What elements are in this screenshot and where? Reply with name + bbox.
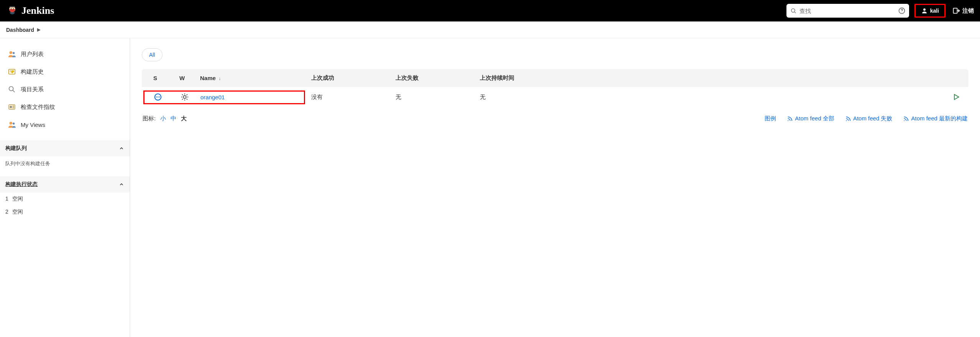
logout-link[interactable]: 注销 <box>952 7 974 15</box>
search-input[interactable] <box>799 8 895 14</box>
cell-last-duration: 无 <box>475 87 602 107</box>
user-name: kali <box>930 8 939 14</box>
breadcrumb: Dashboard ▶ <box>0 21 980 38</box>
svg-point-38 <box>788 120 789 121</box>
table-footer: 图标: 小 中 大 图例 Atom feed 全部 <box>142 113 969 124</box>
rss-icon <box>787 116 793 122</box>
weather-sunny-icon[interactable] <box>180 92 189 102</box>
col-header-last-success[interactable]: 上次成功 <box>307 69 391 87</box>
col-header-last-failure[interactable]: 上次失败 <box>391 69 475 87</box>
job-name-link[interactable]: orange01 <box>200 94 225 100</box>
chevron-up-icon[interactable] <box>119 146 124 151</box>
icon-size-label: 图标: <box>143 115 156 122</box>
executor-state: 空闲 <box>12 209 23 215</box>
col-header-status[interactable]: S <box>142 69 169 87</box>
svg-point-15 <box>9 87 13 91</box>
svg-point-39 <box>846 120 847 121</box>
status-notbuilt-icon[interactable] <box>153 92 163 102</box>
sidebar-item-fingerprint[interactable]: 检查文件指纹 <box>3 98 126 116</box>
icon-size-large[interactable]: 大 <box>181 115 187 122</box>
svg-point-8 <box>923 8 926 11</box>
chevron-right-icon[interactable]: ▶ <box>37 27 40 32</box>
fingerprint-icon <box>8 103 16 111</box>
sidebar-item-label: 检查文件指纹 <box>21 104 55 111</box>
executor-number: 1 <box>5 196 8 202</box>
sidebar-item-label: My Views <box>21 122 45 128</box>
svg-point-22 <box>10 122 12 125</box>
col-header-name[interactable]: Name ↓ <box>195 69 307 87</box>
svg-point-25 <box>156 96 157 97</box>
side-nav: 用户列表 构建历史 <box>0 45 130 133</box>
svg-point-7 <box>901 12 902 12</box>
svg-line-33 <box>182 94 183 95</box>
col-header-last-duration[interactable]: 上次持续时间 <box>475 69 602 87</box>
build-queue-empty: 队列中没有构建任务 <box>0 156 130 169</box>
logout-label: 注销 <box>962 7 974 15</box>
executor-status-title[interactable]: 构建执行状态 <box>5 181 38 188</box>
sidebar-item-project-relationship[interactable]: 项目关系 <box>3 81 126 98</box>
user-icon <box>921 7 928 14</box>
rss-icon <box>845 116 851 122</box>
col-header-actions <box>602 69 969 87</box>
sidebar-item-label: 用户列表 <box>21 51 44 58</box>
svg-line-16 <box>13 90 15 92</box>
icon-size-small[interactable]: 小 <box>160 115 166 122</box>
table-header-row: S W Name ↓ 上次成功 上次失败 上次持续时间 <box>142 69 969 87</box>
table-row: orange01 没有 无 无 <box>142 87 969 107</box>
jenkins-logo-icon <box>6 5 18 17</box>
sidebar-item-label: 构建历史 <box>21 68 44 76</box>
sidebar-item-build-history[interactable]: 构建历史 <box>3 63 126 81</box>
svg-line-34 <box>187 99 187 99</box>
atom-feed-failures[interactable]: Atom feed 失败 <box>845 115 893 122</box>
logout-icon <box>952 7 960 15</box>
sidebar: 用户列表 构建历史 <box>0 38 130 337</box>
svg-point-2 <box>13 8 14 9</box>
notepad-icon <box>8 67 16 76</box>
svg-point-28 <box>183 95 186 98</box>
account-link[interactable]: kali <box>914 4 946 18</box>
svg-rect-9 <box>954 8 957 13</box>
sidebar-item-users[interactable]: 用户列表 <box>3 45 126 63</box>
icon-size-group: 图标: 小 中 大 <box>143 115 187 122</box>
legend-link[interactable]: 图例 <box>765 115 776 122</box>
sidebar-section-executor-status[interactable]: 构建执行状态 <box>0 176 130 192</box>
rss-icon <box>903 116 909 122</box>
svg-line-5 <box>795 12 796 13</box>
view-tabs: All <box>142 48 969 61</box>
feed-links: 图例 Atom feed 全部 At <box>765 115 968 122</box>
svg-line-35 <box>182 99 183 99</box>
schedule-build-icon[interactable] <box>952 92 961 102</box>
tab-all[interactable]: All <box>142 48 163 61</box>
sidebar-item-my-views[interactable]: My Views <box>3 116 126 133</box>
search-icon <box>790 8 796 14</box>
executor-item: 2 空闲 <box>0 205 130 219</box>
top-header: Jenkins kali <box>0 0 980 21</box>
sidebar-section-build-queue[interactable]: 构建队列 <box>0 140 130 156</box>
build-queue-title[interactable]: 构建队列 <box>5 145 27 152</box>
help-icon[interactable] <box>898 7 905 14</box>
atom-feed-all[interactable]: Atom feed 全部 <box>787 115 834 122</box>
svg-line-36 <box>187 94 187 95</box>
search-doc-icon <box>8 85 16 94</box>
svg-point-23 <box>13 123 15 125</box>
brand[interactable]: Jenkins <box>6 5 54 17</box>
executor-item: 1 空闲 <box>0 192 130 205</box>
header-right: kali 注销 <box>914 4 974 18</box>
col-header-weather[interactable]: W <box>169 69 195 87</box>
svg-point-1 <box>11 8 11 9</box>
jobs-table: S W Name ↓ 上次成功 上次失败 上次持续时间 <box>142 69 969 107</box>
sidebar-item-label: 项目关系 <box>21 86 44 93</box>
svg-point-27 <box>159 96 160 97</box>
breadcrumb-item[interactable]: Dashboard <box>6 27 34 33</box>
svg-point-40 <box>904 120 905 121</box>
svg-rect-3 <box>10 6 15 7</box>
atom-feed-latest[interactable]: Atom feed 最新的构建 <box>903 115 968 122</box>
executor-state: 空闲 <box>12 196 23 202</box>
executor-number: 2 <box>5 209 8 215</box>
icon-size-medium[interactable]: 中 <box>171 115 176 122</box>
chevron-up-icon[interactable] <box>119 182 124 187</box>
svg-point-10 <box>10 51 12 54</box>
svg-marker-37 <box>954 94 959 99</box>
search-box[interactable] <box>786 4 909 18</box>
svg-point-4 <box>791 9 795 12</box>
